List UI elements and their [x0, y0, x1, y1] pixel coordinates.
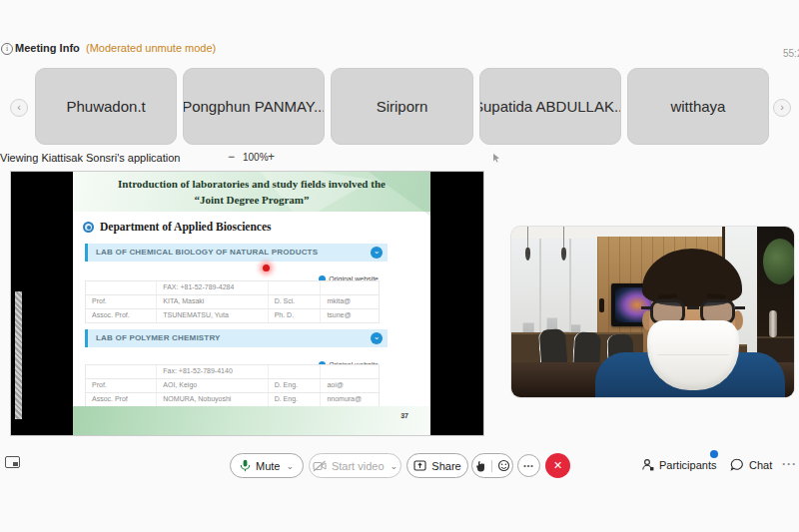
- share-screen-icon: [413, 460, 426, 471]
- meeting-timer: 55:2: [783, 48, 799, 59]
- table-row: Assoc. Prof NOMURA, Nobuyoshi D. Eng. nn…: [85, 392, 380, 407]
- leave-meeting-button[interactable]: ✕: [545, 453, 570, 478]
- layout-icon[interactable]: [5, 456, 20, 468]
- zoom-in-button[interactable]: +: [268, 150, 275, 164]
- pendant-cord: [563, 227, 564, 249]
- lab-staff-table: FAX: +81-52-789-4284 Prof. KITA, Masaki …: [85, 281, 380, 323]
- chat-button[interactable]: Chat: [730, 458, 772, 471]
- department-heading: Department of Applied Biosciences: [100, 221, 272, 233]
- table-cell: Assoc. Prof.: [86, 309, 156, 322]
- participants-notification-badge: [710, 450, 718, 458]
- collapse-chevron-icon[interactable]: ⌄: [371, 332, 383, 344]
- participant-tile[interactable]: Siriporn: [331, 68, 472, 145]
- microphone-icon: [240, 459, 251, 472]
- pendant-light: [561, 248, 566, 261]
- zoom-out-button[interactable]: −: [228, 150, 235, 164]
- glasses-temple: [735, 306, 745, 309]
- camera-off-icon: [313, 460, 327, 472]
- pointer-icon: [491, 153, 501, 163]
- participants-icon: [641, 458, 654, 471]
- slide-footer-banner: [73, 406, 430, 435]
- presentation-slide: Introduction of laboratories and study f…: [73, 172, 430, 435]
- shared-screen-area: Introduction of laboratories and study f…: [10, 171, 484, 436]
- table-cell: D. Eng.: [268, 393, 321, 406]
- table-cell: AOI, Keigo: [156, 379, 267, 392]
- meeting-info-title[interactable]: Meeting Info: [15, 42, 80, 54]
- table-row: FAX: +81-52-789-4284: [85, 280, 380, 295]
- table-cell: [268, 281, 321, 294]
- table-cell: NOMURA, Nobuyoshi: [156, 393, 267, 406]
- table-cell: [320, 281, 379, 294]
- emoji-reactions-icon: [497, 459, 510, 472]
- participants-button[interactable]: Participants: [641, 458, 716, 471]
- table-cell: [86, 281, 156, 294]
- moderated-mode-note: (Moderated unmute mode): [86, 42, 216, 54]
- self-video-tile: [511, 227, 794, 397]
- slide-title-line2: “Joint Degree Program”: [73, 194, 430, 206]
- table-cell: [320, 365, 379, 378]
- table-cell: Assoc. Prof: [86, 393, 156, 406]
- pendant-light: [525, 248, 530, 261]
- mute-button-label: Mute: [256, 460, 280, 472]
- participant-tile[interactable]: witthaya: [627, 68, 769, 145]
- mask-fold: [657, 354, 729, 355]
- viewing-status-text: Viewing Kiattisak Sonsri's application: [0, 152, 180, 164]
- more-options-button[interactable]: •••: [517, 454, 540, 477]
- participant-filmstrip: Phuwadon.t Pongphun PANMAY... Siriporn S…: [35, 68, 769, 145]
- table-cell: TSUNEMATSU, Yuta: [156, 309, 267, 322]
- table-cell: Prof.: [86, 295, 156, 308]
- slide-title-line1: Introduction of laboratories and study f…: [73, 178, 430, 190]
- pendant-cord: [527, 227, 528, 249]
- table-lamp: [769, 310, 777, 337]
- table-cell: D. Sci.: [268, 295, 321, 308]
- table-cell: [268, 365, 321, 378]
- meeting-window: i Meeting Info (Moderated unmute mode) 5…: [0, 0, 799, 532]
- participants-button-label: Participants: [659, 459, 716, 471]
- table-cell: FAX: +81-52-789-4284: [156, 281, 267, 294]
- plant: [763, 239, 794, 284]
- document-scrollbar[interactable]: [15, 291, 22, 419]
- table-cell: nnomura@: [320, 393, 379, 406]
- department-bullet-icon: [83, 222, 94, 233]
- participant-tile[interactable]: Phuwadon.t: [35, 68, 177, 145]
- mute-button[interactable]: Mute ⌄: [230, 453, 304, 478]
- participant-tile[interactable]: Supatida ABDULLAK...: [479, 68, 621, 145]
- lab-section-header: LAB OF CHEMICAL BIOLOGY OF NATURAL PRODU…: [85, 244, 388, 262]
- divider: [491, 460, 492, 472]
- lab-staff-table: Fax: +81-52-789-4140 Prof. AOI, Keigo D.…: [85, 365, 380, 407]
- chevron-down-icon[interactable]: ⌄: [286, 461, 294, 471]
- slide-page-number: 37: [400, 412, 408, 419]
- table-cell: [86, 365, 156, 378]
- lab-section-title: LAB OF CHEMICAL BIOLOGY OF NATURAL PRODU…: [96, 244, 318, 262]
- table-row: Prof. AOI, Keigo D. Eng. aoi@: [85, 378, 380, 393]
- table-cell: aoi@: [320, 379, 379, 392]
- wall-sconce: [599, 298, 604, 312]
- collapse-chevron-icon[interactable]: ⌄: [371, 247, 383, 259]
- table-cell: Fax: +81-52-789-4140: [156, 365, 267, 378]
- table-cell: Prof.: [86, 379, 156, 392]
- glasses-bridge: [687, 306, 699, 309]
- table-cell: tsune@: [320, 309, 379, 322]
- table-cell: D. Eng.: [268, 379, 321, 392]
- zoom-level-value: 100%: [243, 152, 269, 163]
- chevron-down-icon[interactable]: ⌄: [391, 461, 399, 471]
- table-row: Prof. KITA, Masaki D. Sci. mkita@: [85, 294, 380, 309]
- start-video-button[interactable]: Start video ⌄: [309, 453, 401, 478]
- table-cell: KITA, Masaki: [156, 295, 267, 308]
- laser-pointer-dot: [263, 265, 270, 271]
- reactions-button[interactable]: [471, 453, 513, 478]
- info-icon: i: [1, 43, 13, 55]
- start-video-button-label: Start video: [332, 460, 385, 472]
- panel-more-icon[interactable]: ···: [782, 457, 797, 471]
- table-cell: mkita@: [320, 295, 379, 308]
- filmstrip-scroll-left-button[interactable]: ‹: [10, 99, 28, 117]
- lab-section-header: LAB OF POLYMER CHEMISTRY ⌄: [85, 329, 388, 347]
- chat-bubble-icon: [730, 458, 744, 471]
- raise-hand-icon: [475, 460, 486, 472]
- participant-tile[interactable]: Pongphun PANMAY...: [183, 68, 325, 145]
- share-button[interactable]: Share: [406, 453, 468, 478]
- share-button-label: Share: [431, 460, 460, 472]
- filmstrip-scroll-right-button[interactable]: ›: [773, 99, 791, 117]
- table-row: Assoc. Prof. TSUNEMATSU, Yuta Ph. D. tsu…: [85, 308, 380, 323]
- table-cell: Ph. D.: [268, 309, 321, 322]
